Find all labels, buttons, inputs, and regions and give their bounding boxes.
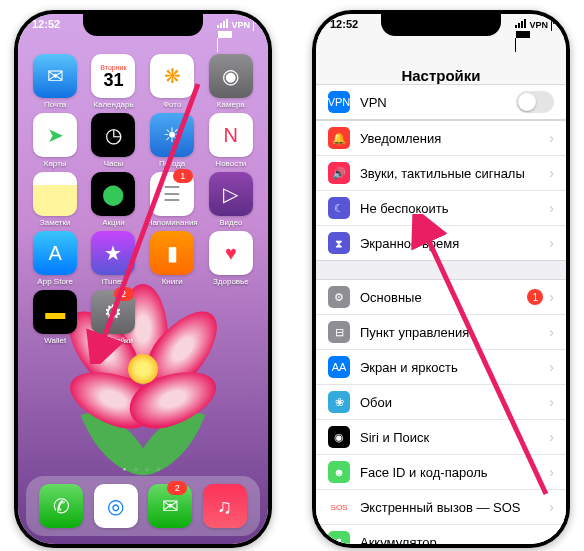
chevron-right-icon: › [549, 130, 554, 146]
vpn-toggle[interactable] [516, 91, 554, 113]
app-Погода[interactable]: ☀Погода [147, 113, 198, 168]
settings-row[interactable]: ◉Siri и Поиск› [316, 420, 566, 455]
row-icon: 🔔 [328, 127, 350, 149]
row-icon: ⊟ [328, 321, 350, 343]
chevron-right-icon: › [549, 289, 554, 305]
dock-messages[interactable]: ✉2 [148, 484, 192, 528]
settings-row[interactable]: ▮Аккумулятор› [316, 525, 566, 544]
app-Здоровье[interactable]: ♥Здоровье [206, 231, 256, 286]
app-Карты[interactable]: ➤Карты [30, 113, 80, 168]
app-badge: 1 [173, 169, 193, 183]
row-icon: ⚙ [328, 286, 350, 308]
app-Часы[interactable]: ◷Часы [88, 113, 138, 168]
app-Фото[interactable]: ❋Фото [147, 54, 198, 109]
app-label: Погода [159, 159, 185, 168]
row-label: Siri и Поиск [360, 430, 549, 445]
settings-row[interactable]: SOSЭкстренный вызов — SOS› [316, 490, 566, 525]
app-label: Напоминания [147, 218, 198, 227]
status-right: VPN [515, 18, 552, 36]
settings-row[interactable]: ⊟Пункт управления› [316, 315, 566, 350]
row-label: Face ID и код-пароль [360, 465, 549, 480]
app-iTunes[interactable]: ★iTunes [88, 231, 138, 286]
dock-icon: ✆ [39, 484, 83, 528]
app-icon [33, 172, 77, 216]
app-Wallet[interactable]: ▬Wallet [30, 290, 80, 345]
settings-group-vpn: VPN VPN [316, 84, 566, 120]
settings-row[interactable]: ☻Face ID и код-пароль› [316, 455, 566, 490]
row-icon: ❀ [328, 391, 350, 413]
app-icon: ➤ [33, 113, 77, 157]
page-dots[interactable]: ● ○ ○ ○ [18, 466, 268, 472]
app-label: Видео [219, 218, 242, 227]
app-label: Часы [104, 159, 124, 168]
settings-row[interactable]: ☾Не беспокоить› [316, 191, 566, 226]
settings-row[interactable]: ⚙Основные1› [316, 280, 566, 315]
app-icon: ⬤ [91, 172, 135, 216]
row-label: Аккумулятор [360, 535, 549, 545]
app-Напоминания[interactable]: ☰Напоминания1 [147, 172, 198, 227]
chevron-right-icon: › [549, 394, 554, 410]
vpn-icon: VPN [328, 91, 350, 113]
app-Книги[interactable]: ▮Книги [147, 231, 198, 286]
app-icon: ▷ [209, 172, 253, 216]
chevron-right-icon: › [549, 534, 554, 544]
app-label: Календарь [93, 100, 133, 109]
dock-badge: 2 [167, 481, 187, 495]
app-icon: ★ [91, 231, 135, 275]
phone-home: 12:52 VPN ✉ПочтаВторник31Календарь❋Фото◉… [14, 10, 272, 548]
app-Камера[interactable]: ◉Камера [206, 54, 256, 109]
app-label: Книги [162, 277, 183, 286]
app-Акции[interactable]: ⬤Акции [88, 172, 138, 227]
app-icon: N [209, 113, 253, 157]
row-icon: ☻ [328, 461, 350, 483]
settings-row[interactable]: ❀Обои› [316, 385, 566, 420]
chevron-right-icon: › [549, 429, 554, 445]
row-label: Обои [360, 395, 549, 410]
row-vpn[interactable]: VPN VPN [316, 85, 566, 119]
app-label: App Store [37, 277, 73, 286]
chevron-right-icon: › [549, 200, 554, 216]
row-label: Звуки, тактильные сигналы [360, 166, 549, 181]
app-Настройки[interactable]: ⚙Настройки2 [88, 290, 138, 345]
app-Почта[interactable]: ✉Почта [30, 54, 80, 109]
app-Календарь[interactable]: Вторник31Календарь [88, 54, 138, 109]
app-label: Настройки [94, 336, 133, 345]
row-icon: SOS [328, 496, 350, 518]
app-label: Почта [44, 100, 66, 109]
settings-row[interactable]: ⧗Экранное время› [316, 226, 566, 260]
settings-list[interactable]: VPN VPN 🔔Уведомления›🔊Звуки, тактильные … [316, 84, 566, 544]
dock-safari[interactable]: ◎ [94, 484, 138, 528]
notch [83, 14, 203, 36]
app-icon: ◉ [209, 54, 253, 98]
dock-icon: ♫ [203, 484, 247, 528]
row-label: Экстренный вызов — SOS [360, 500, 549, 515]
chevron-right-icon: › [549, 235, 554, 251]
settings-row[interactable]: AAЭкран и яркость› [316, 350, 566, 385]
row-label: Экран и яркость [360, 360, 549, 375]
home-grid: ✉ПочтаВторник31Календарь❋Фото◉Камера➤Кар… [18, 46, 268, 353]
chevron-right-icon: › [549, 359, 554, 375]
row-label: VPN [360, 95, 516, 110]
chevron-right-icon: › [549, 499, 554, 515]
dock-phone[interactable]: ✆ [39, 484, 83, 528]
app-Заметки[interactable]: Заметки [30, 172, 80, 227]
settings-row[interactable]: 🔔Уведомления› [316, 121, 566, 156]
settings-group: ⚙Основные1›⊟Пункт управления›AAЭкран и я… [316, 279, 566, 544]
app-badge: 2 [114, 287, 134, 301]
dock-music[interactable]: ♫ [203, 484, 247, 528]
status-right: VPN [217, 18, 254, 36]
app-icon: ▮ [150, 231, 194, 275]
row-label: Экранное время [360, 236, 549, 251]
settings-row[interactable]: 🔊Звуки, тактильные сигналы› [316, 156, 566, 191]
app-label: Акции [102, 218, 124, 227]
app-App Store[interactable]: AApp Store [30, 231, 80, 286]
row-icon: 🔊 [328, 162, 350, 184]
row-icon: ▮ [328, 531, 350, 544]
app-label: Карты [44, 159, 67, 168]
app-Новости[interactable]: NНовости [206, 113, 256, 168]
dock: ✆◎✉2♫ [26, 476, 260, 536]
app-icon: ❋ [150, 54, 194, 98]
row-label: Не беспокоить [360, 201, 549, 216]
row-icon: AA [328, 356, 350, 378]
app-Видео[interactable]: ▷Видео [206, 172, 256, 227]
